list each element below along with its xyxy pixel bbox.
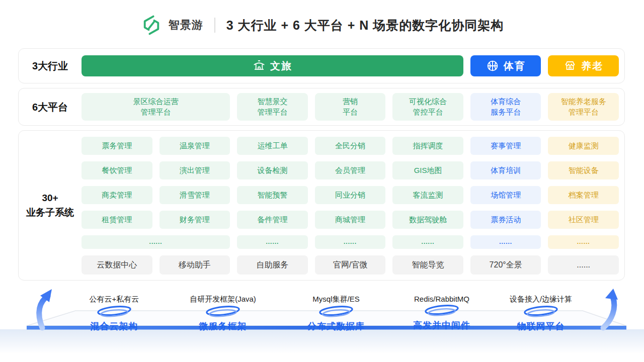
header-divider — [214, 18, 215, 33]
platform-cell: 可视化综合 管控平台 — [392, 93, 463, 121]
subsystem-cell: 票务管理 — [82, 137, 152, 155]
app-cell: 云数据中心 — [82, 255, 152, 275]
subsystem-cell: GIS地图 — [392, 161, 463, 179]
subsystem-cell: 社区管理 — [548, 211, 619, 229]
subsystem-cell: 商城管理 — [315, 211, 386, 229]
subsystem-cell: 温泉管理 — [159, 137, 230, 155]
industry-label: 养老 — [581, 59, 603, 73]
platform-line1: 景区综合运营 — [133, 97, 179, 107]
brand-name: 智景游 — [169, 18, 203, 33]
subsystem-cell: 租赁管理 — [82, 211, 152, 229]
subsystem-cell: 健康监测 — [548, 137, 619, 155]
header: 智景游 3 大行业 + 6 大平台 + N 场景的数字化协同架构 — [0, 10, 644, 40]
subsystem-cell: 滑雪管理 — [159, 186, 230, 204]
infra-item: Mysql集群/ES 分布式数据库 — [283, 295, 389, 332]
app-cell: 720°全景 — [470, 255, 541, 275]
subsystem-cell: 指挥调度 — [392, 137, 463, 155]
subsystem-cell: 客流监测 — [392, 186, 463, 204]
platform-disk-icon — [315, 306, 357, 318]
subsystems-grid: 票务管理 温泉管理 运维工单 全民分销 指挥调度 赛事管理 健康监测 餐饮管理 … — [82, 131, 624, 280]
app-cell: 移动助手 — [159, 255, 230, 275]
platform-line2: 平台 — [343, 107, 358, 117]
industry-elder-care: 养老 — [548, 55, 619, 76]
infra-platform-label: 微服务框架 — [170, 320, 276, 332]
platform-line2: 管理平台 — [569, 107, 599, 117]
subsystem-cell: 会员管理 — [315, 161, 386, 179]
subsystems-label-line1: 30+ — [42, 191, 58, 206]
platform-line2: 管理平台 — [257, 107, 287, 117]
industry-label: 体育 — [504, 59, 526, 73]
ellipsis-cell: ...... — [548, 235, 619, 249]
infra-item: Redis/RabbitMQ 高发并中间件 — [389, 295, 495, 331]
platform-line2: 管控平台 — [413, 107, 443, 117]
industries-grid: 文旅 体育 养老 — [82, 49, 624, 83]
platform-cell: 景区综合运营 管理平台 — [82, 93, 230, 121]
platform-line1: 营销 — [343, 97, 358, 107]
platform-disk-icon — [520, 306, 562, 318]
platform-cell: 营销 平台 — [315, 93, 386, 121]
app-cell: 自助服务 — [237, 255, 308, 275]
subsystem-cell: 备件管理 — [237, 211, 308, 229]
infra-item: 公有云+私有云 混合云架构 — [61, 295, 167, 332]
platform-cell: 智慧景交 管理平台 — [237, 93, 308, 121]
platform-disk-icon — [93, 306, 135, 318]
ellipsis-cell: ...... — [237, 235, 308, 249]
subsystem-cell: 运维工单 — [237, 137, 308, 155]
industries-band: 3大行业 文旅 体育 — [18, 48, 625, 83]
subsystem-cell: 设备检测 — [237, 161, 308, 179]
pavilion-icon — [253, 59, 266, 72]
subsystems-band: 30+ 业务子系统 票务管理 温泉管理 运维工单 全民分销 指挥调度 赛事管理 … — [18, 130, 625, 281]
subsystem-cell: 档案管理 — [548, 186, 619, 204]
elder-care-icon — [564, 59, 577, 72]
platform-line1: 智能养老服务 — [561, 97, 606, 107]
infra-platform-label: 物联网平台 — [488, 320, 594, 332]
infra-tech-label: 公有云+私有云 — [61, 295, 167, 304]
subsystem-cell: 演出管理 — [159, 161, 230, 179]
platform-line1: 智慧景交 — [257, 97, 287, 107]
subsystem-cell: 赛事管理 — [470, 137, 541, 155]
industry-culture-tourism: 文旅 — [82, 55, 463, 76]
infra-item: 自研开发框架(Java) 微服务框架 — [170, 295, 276, 332]
ellipsis-cell: ...... — [82, 235, 230, 249]
infra-platform-label: 分布式数据库 — [283, 320, 389, 332]
subsystem-cell: 智能设备 — [548, 161, 619, 179]
infra-tech-label: 设备接入/边缘计算 — [488, 295, 594, 304]
subsystem-cell: 场馆管理 — [470, 186, 541, 204]
platform-cell: 体育综合 服务平台 — [470, 93, 541, 121]
ellipsis-cell: ...... — [392, 235, 463, 249]
subsystem-cell: 财务管理 — [159, 211, 230, 229]
subsystem-cell: 数据驾驶舱 — [392, 211, 463, 229]
platforms-grid: 景区综合运营 管理平台 智慧景交 管理平台 营销 平台 可视化综合 管控平台 体… — [82, 88, 624, 125]
platforms-band: 6大平台 景区综合运营 管理平台 智慧景交 管理平台 营销 平台 可视化综合 管… — [18, 88, 625, 126]
industry-label: 文旅 — [270, 59, 292, 73]
app-cell: 智能导览 — [392, 255, 463, 275]
infra-platform-label: 高发并中间件 — [389, 319, 495, 331]
subsystem-cell: 商卖管理 — [82, 186, 152, 204]
page-title: 3 大行业 + 6 大平台 + N 场景的数字化协同架构 — [226, 17, 504, 34]
subsystems-label-line2: 业务子系统 — [26, 206, 74, 220]
brand-logo-icon — [140, 14, 163, 36]
platform-line2: 服务平台 — [491, 107, 521, 117]
platforms-label: 6大平台 — [19, 88, 82, 125]
app-cell: ...... — [548, 255, 619, 275]
subsystem-cell: 全民分销 — [315, 137, 386, 155]
basketball-icon — [486, 59, 499, 72]
ellipsis-cell: ...... — [470, 235, 541, 249]
platform-line1: 体育综合 — [491, 97, 521, 107]
subsystem-cell: 餐饮管理 — [82, 161, 152, 179]
subsystem-cell: 智能预警 — [237, 186, 308, 204]
platform-line1: 可视化综合 — [409, 97, 447, 107]
ellipsis-cell: ...... — [315, 235, 386, 249]
infra-tech-label: 自研开发框架(Java) — [170, 295, 276, 304]
infra-platform-label: 混合云架构 — [61, 320, 167, 332]
infra-tech-label: Redis/RabbitMQ — [389, 295, 495, 303]
platform-disk-icon — [202, 306, 244, 318]
subsystem-cell: 体育培训 — [470, 161, 541, 179]
platform-disk-icon — [421, 305, 463, 317]
industries-label: 3大行业 — [19, 49, 82, 83]
app-cell: 官网/官微 — [315, 255, 386, 275]
subsystem-cell: 同业分销 — [315, 186, 386, 204]
platform-cell: 智能养老服务 管理平台 — [548, 93, 619, 121]
infra-tech-label: Mysql集群/ES — [283, 295, 389, 304]
infra-item: 设备接入/边缘计算 物联网平台 — [488, 295, 594, 332]
